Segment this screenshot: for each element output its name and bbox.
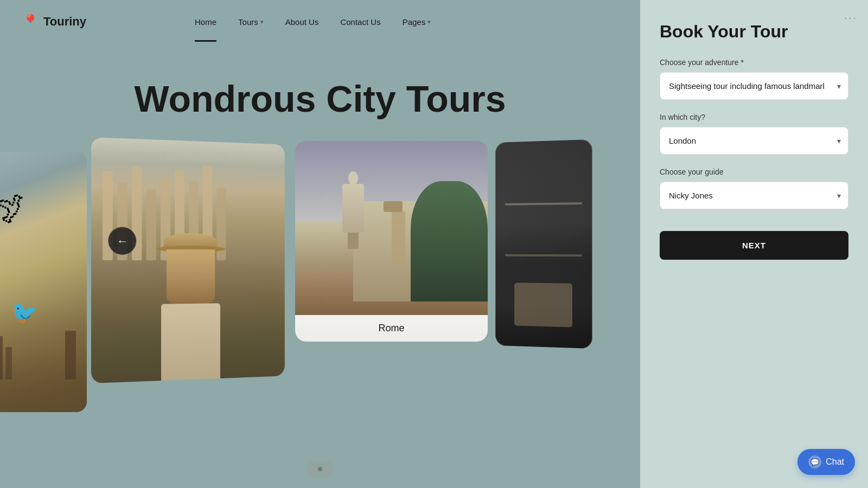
nav-home[interactable]: Home: [195, 17, 216, 27]
guide-select[interactable]: Nicky Jones Alex Smith Maria Garcia John…: [660, 182, 848, 209]
prev-arrow-icon: ←: [117, 234, 128, 247]
logo-icon: 📍: [22, 14, 39, 30]
required-marker: *: [741, 58, 744, 67]
guide-field-group: Choose your guide Nicky Jones Alex Smith…: [660, 168, 848, 222]
statue-body: [342, 184, 364, 233]
nav-links: Home Tours ▾ About Us Contact Us Pages ▾: [195, 17, 431, 27]
tower: [392, 211, 405, 266]
nav-tours[interactable]: Tours ▾: [238, 17, 264, 27]
chat-button[interactable]: 💬 Chat: [797, 449, 855, 475]
city-select-wrapper: London Rome Paris Barcelona Amsterdam ▾: [660, 127, 848, 155]
artifact: [514, 282, 572, 327]
nav-about[interactable]: About Us: [285, 17, 319, 27]
hat: [164, 233, 218, 250]
dots-decoration: ···: [844, 11, 857, 25]
chat-label: Chat: [826, 457, 844, 467]
pages-chevron: ▾: [427, 18, 431, 25]
tower1: [0, 336, 3, 380]
card2-image: [91, 137, 285, 383]
statue-figure: [342, 171, 364, 249]
statue-base: [348, 233, 359, 249]
booking-title: Book Your Tour: [660, 22, 848, 42]
tower2: [5, 347, 12, 380]
booking-panel: ··· Book Your Tour Choose your adventure…: [640, 0, 868, 488]
scroll-dot: [318, 467, 322, 471]
col4: [146, 189, 156, 260]
shelf2: [505, 254, 583, 257]
card1-image: 🕊 🐦: [0, 152, 87, 412]
hair: [167, 249, 215, 304]
body: [161, 303, 220, 381]
tours-chevron: ▾: [260, 18, 264, 25]
chat-bubble-icon: 💬: [810, 458, 819, 466]
chat-icon: 💬: [808, 455, 821, 468]
hero-title: Wondrous City Tours: [0, 79, 640, 119]
seagull-icon: 🕊: [0, 186, 32, 229]
prev-button[interactable]: ←: [108, 227, 136, 254]
guide-select-wrapper: Nicky Jones Alex Smith Maria Garcia John…: [660, 182, 848, 209]
logo[interactable]: 📍 Touriny: [22, 14, 86, 30]
tower-top: [384, 201, 403, 212]
adventure-select[interactable]: Sightseeing tour including famous landma…: [660, 72, 848, 100]
tower3: [65, 331, 76, 380]
woman-figure: [161, 233, 220, 381]
guide-label: Choose your guide: [660, 168, 848, 176]
nav-pages[interactable]: Pages ▾: [403, 17, 431, 27]
card3-image: [295, 141, 488, 342]
next-button[interactable]: NEXT: [660, 231, 848, 260]
trees: [411, 181, 488, 301]
carousel-card-1: 🕊 🐦: [0, 152, 87, 412]
navbar: 📍 Touriny Home Tours ▾ About Us Contact …: [0, 0, 640, 43]
rome-label: Rome: [295, 315, 488, 342]
city-select[interactable]: London Rome Paris Barcelona Amsterdam: [660, 127, 848, 155]
carousel-card-2: ←: [91, 137, 285, 383]
adventure-select-wrapper: Sightseeing tour including famous landma…: [660, 72, 848, 100]
city-field-group: In which city? London Rome Paris Barcelo…: [660, 113, 848, 168]
statue-head: [348, 171, 358, 185]
carousel: 🕊 🐦: [0, 136, 640, 488]
nav-contact[interactable]: Contact Us: [340, 17, 380, 27]
card4-image: [495, 139, 592, 349]
carousel-card-3: Rome: [295, 141, 488, 342]
main-content: 📍 Touriny Home Tours ▾ About Us Contact …: [0, 0, 640, 488]
city-label: In which city?: [660, 113, 848, 121]
brand-name: Touriny: [43, 15, 86, 29]
scroll-indicator: [307, 461, 334, 477]
carousel-card-4: [495, 139, 592, 349]
adventure-label: Choose your adventure *: [660, 58, 848, 67]
adventure-field-group: Choose your adventure * Sightseeing tour…: [660, 58, 848, 113]
